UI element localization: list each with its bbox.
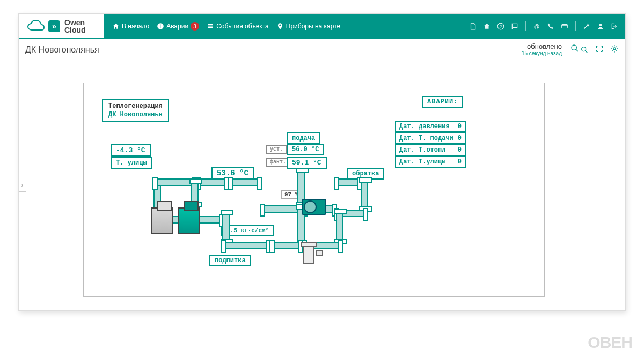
zoom-controls [570, 44, 589, 55]
nav-events[interactable]: События объекта [207, 23, 269, 30]
nav-home[interactable]: В начало [112, 23, 149, 30]
ust-value: 56.0 °C [287, 144, 324, 155]
phone-icon[interactable] [546, 22, 555, 31]
help-icon[interactable]: ? [496, 22, 505, 31]
outdoor-temp-label: Т. улицы [111, 157, 152, 169]
logo-text: Owen Cloud [64, 19, 86, 34]
topbar: » Owen Cloud В начало i Аварии 3 [19, 14, 625, 39]
svg-point-6 [599, 24, 602, 26]
zoom-out-icon[interactable] [580, 46, 589, 55]
cloud-icon [27, 19, 45, 33]
nav-map-label: Приборы на карте [286, 23, 340, 30]
pin-icon [276, 23, 284, 30]
heater-2 [178, 207, 200, 234]
zoom-in-icon[interactable] [570, 44, 579, 55]
pump [302, 199, 326, 215]
pipe [336, 210, 343, 243]
nav-events-label: События объекта [216, 23, 269, 30]
watermark: ОВЕН [588, 333, 632, 352]
home-icon [112, 23, 120, 30]
fullscreen-icon[interactable] [595, 44, 604, 55]
pipe [222, 211, 230, 243]
main-nav: В начало i Аварии 3 События объекта Приб… [105, 22, 340, 31]
page-title: ДК Новогополянья [25, 45, 99, 55]
pipe [361, 178, 368, 211]
info-icon: i [157, 23, 164, 30]
canvas: › Теплогенерация ДК Новополянья -4.3 °C … [19, 61, 625, 310]
at-icon[interactable]: @ [532, 22, 541, 31]
gear-icon[interactable] [610, 44, 619, 55]
wrench-icon[interactable] [582, 22, 591, 31]
alarm-badge: 3 [191, 22, 199, 31]
pipe [229, 178, 261, 186]
pipe [222, 242, 270, 249]
nav-map[interactable]: Приборы на карте [276, 23, 340, 30]
app-window: » Owen Cloud В начало i Аварии 3 [18, 13, 626, 311]
user-icon[interactable] [596, 22, 605, 31]
logo[interactable]: » Owen Cloud [19, 14, 105, 39]
nav-alarms[interactable]: i Аварии 3 [157, 22, 199, 31]
update-time: 15 секунд назад [522, 50, 562, 56]
expand-sidebar-tab[interactable]: › [19, 178, 26, 192]
alarm-row: Дат. Т.улицы0 [395, 156, 466, 168]
svg-text:@: @ [534, 23, 540, 29]
nav-alarms-label: Аварии [166, 23, 188, 30]
update-label: обновлено [522, 43, 562, 50]
svg-point-9 [613, 48, 616, 50]
diagram: Теплогенерация ДК Новополянья -4.3 °C Т.… [83, 83, 545, 297]
svg-text:i: i [160, 24, 161, 29]
subheader: ДК Новогополянья обновлено 15 секунд наз… [19, 39, 625, 61]
svg-text:?: ? [500, 24, 502, 29]
pipe [270, 242, 303, 249]
home2-icon[interactable] [482, 22, 491, 31]
forward-icon: » [48, 20, 60, 32]
svg-rect-5 [562, 25, 568, 28]
subheader-right: обновлено 15 секунд назад [522, 43, 619, 56]
alarms-title: АВАРИИ: [422, 96, 463, 108]
pipe [335, 178, 362, 186]
separator [525, 21, 526, 31]
topbar-right: ? @ [469, 21, 625, 31]
logout-icon[interactable] [610, 22, 619, 31]
chat-icon[interactable] [510, 22, 519, 31]
nav-home-label: В начало [122, 23, 149, 30]
heater-1 [151, 207, 173, 234]
alarm-row: Дат. Т. подачи0 [395, 132, 466, 144]
diagram-title: Теплогенерация ДК Новополянья [102, 99, 169, 122]
podpitka-label: подпитка [209, 255, 251, 266]
podacha-label: подача [287, 132, 320, 144]
alarm-row: Дат. Т.отопл0 [395, 144, 466, 156]
separator [575, 21, 576, 31]
list-icon [207, 23, 214, 30]
valve [301, 243, 317, 264]
svg-point-7 [572, 45, 576, 50]
file-icon[interactable] [469, 22, 477, 31]
card-icon[interactable] [560, 22, 569, 31]
update-status: обновлено 15 секунд назад [522, 43, 564, 56]
fakt-value: 59.1 °C [287, 157, 327, 169]
alarm-row: Дат. давления0 [395, 121, 466, 132]
outdoor-temp-value: -4.3 °C [111, 144, 151, 157]
ust-label: уст. [266, 145, 287, 154]
